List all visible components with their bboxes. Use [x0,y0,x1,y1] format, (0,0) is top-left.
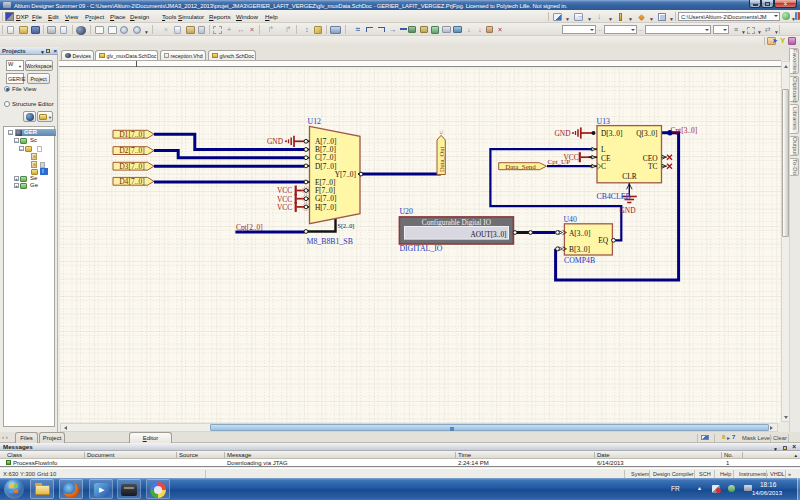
svg-text:D3[7..0]: D3[7..0] [119,162,145,171]
svg-text:D4[7..0]: D4[7..0] [119,177,145,186]
svg-text:C: C [601,162,606,171]
svg-text:Cpt_UP: Cpt_UP [548,158,571,166]
svg-text:CE: CE [601,154,611,163]
svg-text:H[7..0]: H[7..0] [315,203,336,212]
svg-text:GND: GND [267,137,284,146]
svg-text:B[3..0]: B[3..0] [569,245,590,254]
svg-text:A[3..0]: A[3..0] [569,229,590,238]
svg-text:Q[3..0]: Q[3..0] [636,129,657,138]
svg-text:D2[7..0]: D2[7..0] [119,146,145,155]
svg-text:Data_Out: Data_Out [438,147,445,172]
svg-text:S[2..0]: S[2..0] [338,222,355,229]
svg-text:CEO: CEO [643,154,658,163]
svg-text:CB4CLEB: CB4CLEB [597,192,631,201]
svg-text:U40: U40 [563,215,577,224]
svg-text:AOUT[3..0]: AOUT[3..0] [470,230,506,239]
svg-text:EQ: EQ [598,236,609,245]
svg-text:TC: TC [648,162,658,171]
svg-text:M8_B8B1_SB: M8_B8B1_SB [307,237,353,246]
svg-text:Cpt[3..0]: Cpt[3..0] [671,126,698,135]
svg-text:Configurable Digital IO: Configurable Digital IO [422,219,491,227]
svg-text:CLR: CLR [622,172,636,181]
svg-text:DIGITAL_IO: DIGITAL_IO [399,244,442,253]
svg-text:VCC: VCC [277,203,292,212]
svg-text:C:: C: [439,129,444,134]
svg-text:U20: U20 [399,207,413,216]
svg-text:GND: GND [620,206,637,215]
svg-text:D1[7..0]: D1[7..0] [119,130,145,139]
svg-text:COMP4B: COMP4B [564,256,595,265]
svg-text:U13: U13 [597,117,611,126]
svg-text:Cpt[2..0]: Cpt[2..0] [236,223,263,232]
svg-text:U12: U12 [308,117,322,126]
svg-text:Y[7..0]: Y[7..0] [335,170,356,179]
svg-text:GND: GND [555,129,572,138]
svg-text:D[3..0]: D[3..0] [601,129,622,138]
svg-text:Data_Send: Data_Send [505,163,536,171]
svg-text:D[7..0]: D[7..0] [315,162,336,171]
